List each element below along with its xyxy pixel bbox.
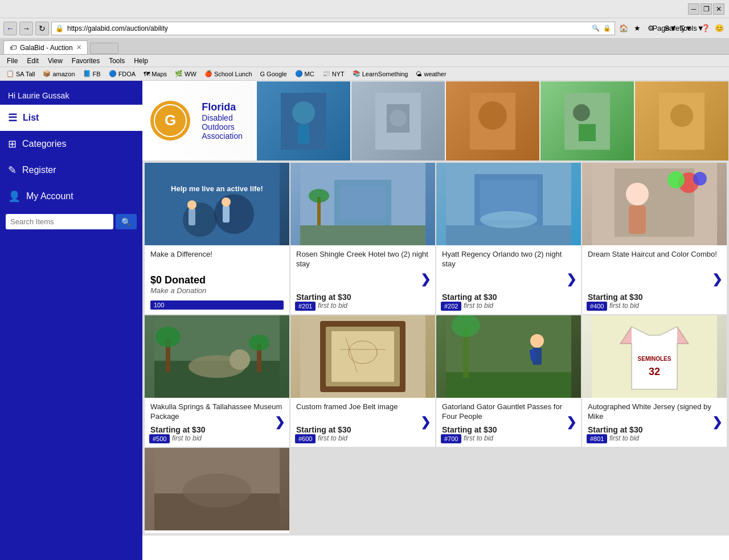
menu-help[interactable]: Help [129, 55, 153, 67]
item-title-100: Make a Difference! [150, 250, 284, 260]
bookmark-fdoa[interactable]: 🔵 FDOA [106, 69, 139, 78]
svg-point-7 [390, 110, 407, 127]
menu-file[interactable]: File [2, 55, 22, 67]
minimize-button[interactable]: ─ [688, 3, 699, 15]
back-button[interactable]: ← [3, 22, 17, 35]
sidebar-item-categories[interactable]: ⊞ Categories [0, 131, 142, 157]
bookmark-sa-tall[interactable]: 📋 SA Tall [3, 69, 38, 78]
item-arrow-700[interactable]: ❯ [566, 415, 576, 430]
svg-text:32: 32 [649, 366, 660, 377]
item-price-600: Starting at $30 [296, 425, 429, 434]
reload-button[interactable]: ↻ [35, 22, 49, 35]
sidebar-greeting: Hi Laurie Gussak [0, 87, 142, 105]
item-content-801: Autographed White Jersey (signed by Mike… [582, 398, 727, 447]
help-icon[interactable]: ❓ [699, 22, 712, 35]
auction-items-grid: Help me live an active life! Make a Diff… [142, 160, 729, 536]
sidebar-item-account[interactable]: 👤 My Account [0, 183, 142, 209]
bookmark-maps[interactable]: 🗺 Maps [141, 70, 170, 78]
org-logo: G [150, 101, 190, 141]
bookmark-nyt[interactable]: 📰 NYT [320, 69, 347, 78]
home-icon[interactable]: 🏠 [617, 22, 630, 35]
search-button[interactable]: 🔍 [116, 214, 137, 229]
item-arrow-201[interactable]: ❯ [420, 272, 431, 287]
auction-item-400[interactable]: Dream State Haircut and Color Combo! Sta… [582, 163, 727, 314]
sidebar-item-list[interactable]: ☰ List [0, 105, 142, 131]
search-container: 🔍 [0, 209, 142, 234]
bookmark-fb[interactable]: 📘 FB [80, 69, 104, 78]
register-icon: ✎ [8, 164, 17, 176]
toolbar-icons: 🏠 ★ ⚙ Page▼ Safety▼ Tools▼ ❓ 😊 [617, 22, 726, 35]
new-tab-area[interactable] [90, 43, 118, 54]
org-name-line4: Association [202, 131, 243, 141]
item-donated-100: $0 Donated [150, 274, 284, 286]
menu-favorites[interactable]: Favorites [67, 55, 104, 67]
item-bid-status-500: Be the first to bid [150, 434, 284, 442]
svg-point-46 [155, 327, 181, 347]
bookmark-ww[interactable]: 🌿 WW [172, 69, 199, 78]
auction-item-801[interactable]: SEMINOLES 32 Autographed White Jersey (s… [582, 315, 727, 447]
item-arrow-801[interactable]: ❯ [712, 415, 722, 430]
menu-tools[interactable]: Tools [104, 55, 129, 67]
item-image-201 [290, 163, 435, 245]
auction-item-600[interactable]: Custom framed Joe Belt image Starting at… [290, 315, 435, 447]
tools-button[interactable]: Tools▼ [686, 22, 698, 35]
item-title-201: Rosen Shingle Creek Hotel two (2) night … [296, 250, 429, 289]
tab-close-button[interactable]: ✕ [76, 44, 81, 51]
svg-point-18 [214, 194, 254, 234]
item-image-600 [290, 315, 435, 398]
restore-button[interactable]: ❐ [701, 3, 712, 15]
auction-item-900[interactable] [145, 448, 289, 533]
item-arrow-600[interactable]: ❯ [420, 415, 431, 430]
auction-item-700[interactable]: Gatorland Gator Gauntlet Passes for Four… [436, 315, 581, 447]
url-input[interactable] [67, 24, 588, 32]
svg-point-14 [670, 104, 693, 127]
svg-point-20 [187, 200, 196, 209]
user-icon[interactable]: 😊 [713, 22, 726, 35]
active-tab[interactable]: 🏷 GalaBid - Auction ✕ [3, 40, 88, 54]
svg-rect-25 [340, 186, 386, 220]
banner-image-5 [635, 81, 728, 160]
sidebar: Hi Laurie Gussak ☰ List ⊞ Categories ✎ R… [0, 81, 142, 560]
item-arrow-202[interactable]: ❯ [566, 272, 576, 287]
svg-text:Help me live an active life!: Help me live an active life! [171, 184, 263, 193]
search-input[interactable] [6, 214, 113, 229]
bookmark-amazon[interactable]: 📦 amazon [40, 69, 77, 78]
bookmark-learnsomething[interactable]: 📚 LearnSomething [350, 69, 411, 78]
auction-item-100[interactable]: Help me live an active life! Make a Diff… [145, 163, 289, 314]
forward-button[interactable]: → [19, 22, 33, 35]
sidebar-list-label: List [23, 113, 39, 123]
item-image-900 [145, 448, 289, 530]
close-button[interactable]: ✕ [713, 3, 724, 15]
item-bid-status-700: Be the first to bid [442, 434, 575, 442]
address-bar[interactable]: 🔒 🔍 🔒 [51, 22, 615, 35]
menu-view[interactable]: View [43, 55, 67, 67]
auction-item-202[interactable]: Hyatt Regency Orlando two (2) night stay… [436, 163, 581, 314]
item-arrow-400[interactable]: ❯ [712, 272, 722, 287]
item-bid-status-801: Be the first to bid [588, 434, 721, 442]
star-icon[interactable]: ★ [631, 22, 644, 35]
item-arrow-500[interactable]: ❯ [275, 415, 285, 430]
menu-edit[interactable]: Edit [22, 55, 43, 67]
tab-bar: 🏷 GalaBid - Auction ✕ [0, 39, 729, 55]
bookmark-weather[interactable]: 🌤 weather [413, 70, 449, 78]
categories-icon: ⊞ [8, 138, 17, 150]
svg-text:G: G [165, 112, 176, 129]
auction-item-201[interactable]: Rosen Shingle Creek Hotel two (2) night … [290, 163, 435, 314]
item-price-201: Starting at $30 [296, 293, 429, 302]
item-number-700: #700 [441, 434, 461, 443]
browser-toolbar: ← → ↻ 🔒 🔍 🔒 🏠 ★ ⚙ Page▼ Safety▼ Tools▼ ❓… [0, 18, 729, 39]
bookmark-mc[interactable]: 🔵 MC [292, 69, 317, 78]
main-content: G Florida Disabled Outdoors Association [142, 81, 729, 560]
banner-image-4 [540, 81, 634, 160]
svg-rect-4 [298, 124, 309, 144]
bookmark-school-lunch[interactable]: 🍎 School Lunch [202, 69, 255, 78]
svg-point-48 [249, 335, 269, 351]
auction-item-500[interactable]: Wakulla Springs & Tallahassee Museum Pac… [145, 315, 289, 447]
svg-point-11 [573, 104, 590, 121]
org-name-line1: Florida [202, 101, 243, 113]
bookmark-google[interactable]: G Google [257, 70, 290, 78]
item-content-202: Hyatt Regency Orlando two (2) night stay… [436, 245, 581, 314]
list-icon: ☰ [8, 112, 17, 124]
sidebar-item-register[interactable]: ✎ Register [0, 157, 142, 183]
item-bid-status-202: Be the first to bid [442, 302, 575, 310]
